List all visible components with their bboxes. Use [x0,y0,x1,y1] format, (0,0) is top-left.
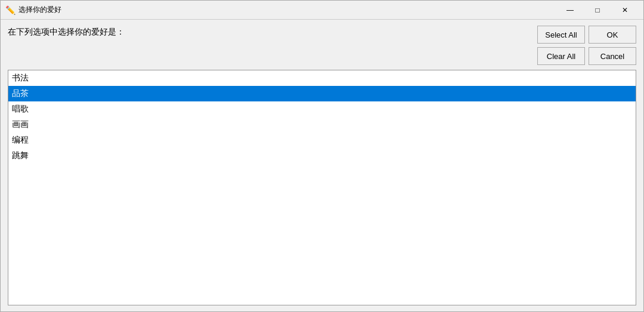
list-item[interactable]: 跳舞 [8,148,636,163]
clear-all-button[interactable]: Clear All [537,47,585,65]
list-container[interactable]: 书法品茶唱歌画画编程跳舞 [8,70,636,305]
select-all-button[interactable]: Select All [537,26,585,44]
button-group: Select All OK Clear All Cancel [537,26,636,65]
title-bar: ✏️ 选择你的爱好 — □ ✕ [1,1,643,20]
list-item[interactable]: 品茶 [8,86,636,101]
close-button[interactable]: ✕ [611,1,639,20]
ok-button[interactable]: OK [589,26,636,44]
title-bar-left: ✏️ 选择你的爱好 [5,5,61,15]
main-window: ✏️ 选择你的爱好 — □ ✕ 在下列选项中选择你的爱好是： Select Al… [0,0,644,312]
title-bar-controls: — □ ✕ [556,1,639,20]
list-item[interactable]: 书法 [8,70,636,86]
window-title: 选择你的爱好 [18,5,61,15]
prompt-text: 在下列选项中选择你的爱好是： [8,27,125,38]
window-icon: ✏️ [5,5,15,15]
cancel-button[interactable]: Cancel [589,47,636,65]
list-item[interactable]: 画画 [8,117,636,132]
minimize-button[interactable]: — [556,1,584,20]
list-item[interactable]: 唱歌 [8,101,636,117]
list-item[interactable]: 编程 [8,132,636,148]
content-area: 在下列选项中选择你的爱好是： Select All OK Clear All C… [1,20,643,311]
top-row: 在下列选项中选择你的爱好是： Select All OK Clear All C… [8,26,636,65]
maximize-button[interactable]: □ [584,1,611,20]
